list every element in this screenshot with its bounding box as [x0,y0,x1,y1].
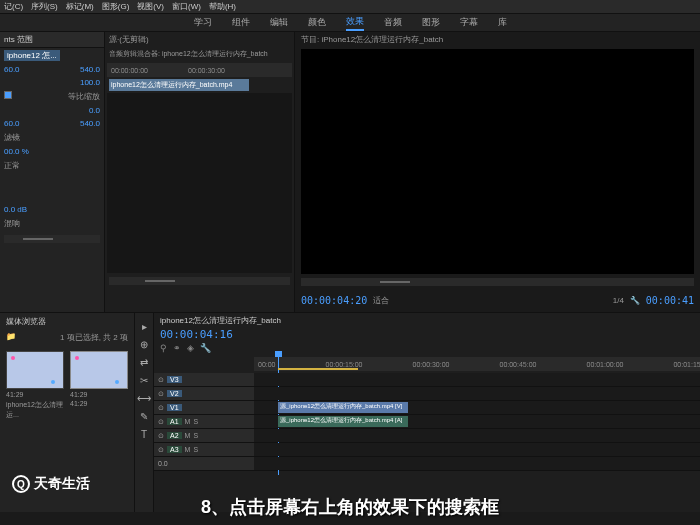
prop-value[interactable]: 540.0 [80,119,100,128]
tab-edit[interactable]: 编辑 [270,16,288,29]
program-timecode[interactable]: 00:00:04:20 [301,295,367,306]
track-v3[interactable] [254,373,700,386]
tab-captions[interactable]: 字幕 [460,16,478,29]
eye-icon[interactable]: ⊙ [158,404,164,412]
prop-value[interactable]: 0.0 [89,106,100,115]
prop-label: 混响 [4,218,20,229]
mute-icon[interactable]: ⊙ [158,446,164,454]
tool-column: ▸ ⊕ ⇄ ✂ ⟷ ✎ T [135,313,154,512]
menu-item[interactable]: 视图(V) [137,1,164,12]
source-panel: 源·(无剪辑) 音频剪辑混合器: iphone12怎么清理运行内存_batch … [105,32,295,312]
track-a1[interactable]: 源_iphone12怎么清理运行内存_batch.mp4 [A] [254,415,700,428]
blend-mode[interactable]: 正常 [4,160,20,171]
track-label-a1[interactable]: A1 [167,418,182,425]
workspace-tabs: 学习 组件 编辑 颜色 效果 音频 图形 字幕 库 [0,14,700,32]
timeline-ruler[interactable]: 00:00 00:00:15:00 00:00:30:00 00:00:45:0… [254,357,700,371]
track-a3[interactable] [254,443,700,456]
track-label-v1[interactable]: V1 [167,404,182,411]
tab-color[interactable]: 颜色 [308,16,326,29]
source-clip[interactable]: iphone12怎么清理运行内存_batch.mp4 [109,79,249,91]
prop-value[interactable]: 60.0 [4,65,20,74]
mixer-label: 音频剪辑混合器: iphone12怎么清理运行内存_batch [109,49,268,59]
tab-effects[interactable]: 效果 [346,15,364,31]
menu-item[interactable]: 图形(G) [102,1,130,12]
track-label-a3[interactable]: A3 [167,446,182,453]
mute-button[interactable]: M [185,432,191,439]
type-tool-icon[interactable]: T [137,427,151,441]
mute-icon[interactable]: ⊙ [158,418,164,426]
link-icon[interactable]: ⚭ [173,343,181,353]
mute-icon[interactable]: ⊙ [158,432,164,440]
selection-tool-icon[interactable]: ▸ [137,319,151,333]
tab-assembly[interactable]: 组件 [232,16,250,29]
pen-tool-icon[interactable]: ✎ [137,409,151,423]
media-thumb[interactable]: 41:29 41:29 [70,351,128,420]
ruler-tick: 00:00 [258,361,276,368]
solo-button[interactable]: S [193,418,198,425]
eye-icon[interactable]: ⊙ [158,376,164,384]
track-label-v2[interactable]: V2 [167,390,182,397]
prop-value[interactable]: 540.0 [80,65,100,74]
media-thumb[interactable]: 41:29 iphone12怎么清理运... [6,351,64,420]
uniform-scale-checkbox[interactable] [4,91,12,99]
timeline-panel: iphone12怎么清理运行内存_batch 00:00:04:16 ⚲ ⚭ ◈… [154,313,700,512]
track-v2[interactable] [254,387,700,400]
mute-button[interactable]: M [185,446,191,453]
panel-tab[interactable]: nts 范围 [0,32,104,48]
program-viewport[interactable] [301,49,694,274]
thumb-duration: 41:29 [6,391,24,398]
mute-button[interactable]: M [185,418,191,425]
tc-start: 00:00:00:00 [111,67,148,74]
timeline-scrubber[interactable] [4,235,100,243]
prop-value[interactable]: 100.0 [80,78,100,87]
logo-text: 天奇生活 [34,475,90,493]
bin-icon[interactable]: 📁 [6,332,16,343]
prop-value[interactable]: 60.0 [4,119,20,128]
tab-audio[interactable]: 音频 [384,16,402,29]
program-scrubber[interactable] [301,278,694,286]
source-ruler[interactable]: 00:00:00:00 00:00:30:00 [107,63,292,77]
razor-tool-icon[interactable]: ✂ [137,373,151,387]
timeline-timecode[interactable]: 00:00:04:16 [160,328,233,341]
snap-icon[interactable]: ⚲ [160,343,167,353]
prop-value[interactable]: 0.0 dB [4,205,27,214]
solo-button[interactable]: S [193,446,198,453]
marker-icon[interactable]: ◈ [187,343,194,353]
ripple-tool-icon[interactable]: ⇄ [137,355,151,369]
menu-item[interactable]: 窗口(W) [172,1,201,12]
menu-item[interactable]: 标记(M) [66,1,94,12]
tab-learn[interactable]: 学习 [194,16,212,29]
audio-clip[interactable]: 源_iphone12怎么清理运行内存_batch.mp4 [A] [278,416,408,427]
video-clip[interactable]: 源_iphone12怎么清理运行内存_batch.mp4 [V] [278,402,408,413]
slip-tool-icon[interactable]: ⟷ [137,391,151,405]
tab-library[interactable]: 库 [498,16,507,29]
solo-button[interactable]: S [193,432,198,439]
eye-icon[interactable]: ⊙ [158,390,164,398]
work-area-bar[interactable] [278,368,358,370]
wrench-icon[interactable]: 🔧 [630,296,640,305]
tc-end: 00:00:30:00 [188,67,225,74]
menu-item[interactable]: 记(C) [4,1,23,12]
clip-tab[interactable]: iphone12 怎... [4,50,60,61]
ruler-tick: 00:01:15:00 [673,361,700,368]
ruler-tick: 00:00:15:00 [326,361,363,368]
ruler-tick: 00:01:00:00 [586,361,623,368]
source-scrubber[interactable] [109,277,290,285]
fit-dropdown[interactable]: 适合 [373,295,389,306]
track-label-a2[interactable]: A2 [167,432,182,439]
effect-controls-panel: nts 范围 iphone12 怎... 60.0540.0 100.0 等比缩… [0,32,105,312]
menu-item[interactable]: 帮助(H) [209,1,236,12]
track-a2[interactable] [254,429,700,442]
ruler-tick: 00:00:45:00 [500,361,537,368]
track-select-tool-icon[interactable]: ⊕ [137,337,151,351]
scale-dropdown[interactable]: 1/4 [613,296,624,305]
thumb-name: 41:29 [70,400,88,407]
tab-graphics[interactable]: 图形 [422,16,440,29]
track-master[interactable] [254,457,700,470]
track-v1[interactable]: 源_iphone12怎么清理运行内存_batch.mp4 [V] [254,401,700,414]
sequence-name[interactable]: iphone12怎么清理运行内存_batch [154,313,700,328]
settings-icon[interactable]: 🔧 [200,343,211,353]
track-label-v3[interactable]: V3 [167,376,182,383]
menu-item[interactable]: 序列(S) [31,1,58,12]
prop-value[interactable]: 00.0 % [4,147,29,156]
